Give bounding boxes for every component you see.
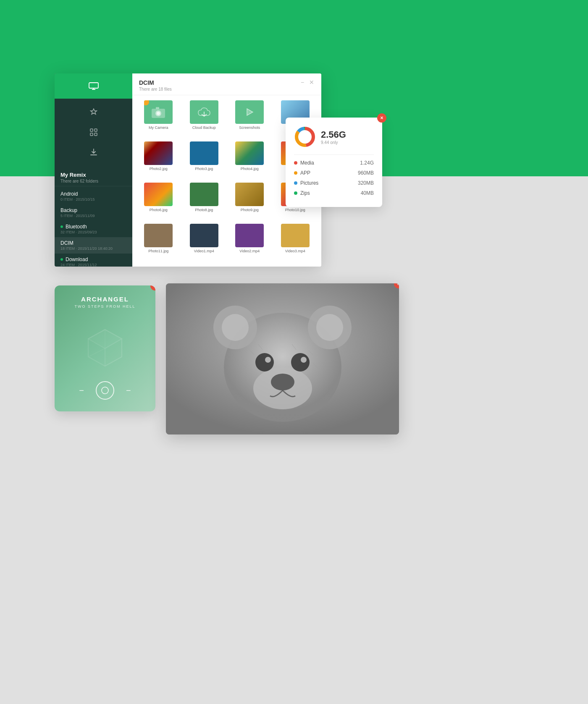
file-name-label: Photo3.jpg (195, 167, 213, 171)
file-name-label: Photo9.jpg (241, 208, 259, 212)
music-next-button[interactable]: − (126, 386, 131, 395)
storage-label-pictures: Pictures (294, 180, 318, 186)
file-item[interactable]: Photo2.jpg (137, 141, 180, 179)
file-thumbnail (144, 183, 173, 206)
file-thumbnail (144, 141, 173, 165)
file-name-label: Photo2.jpg (150, 167, 168, 171)
main-subtitle: There are 18 files (139, 87, 172, 92)
svg-point-37 (265, 357, 271, 363)
storage-total: 2.56G (321, 129, 346, 140)
storage-dot-pictures (294, 181, 297, 185)
sidebar-header-title: My Remix (60, 172, 126, 178)
sidebar-nav-download[interactable] (55, 142, 132, 162)
svg-rect-0 (89, 83, 98, 88)
sidebar-folder-name: Download (60, 256, 126, 262)
file-thumbnail (235, 224, 264, 247)
sidebar-folder-meta: 18 ITEM · 2015/11/20 18:40:20 (60, 246, 126, 251)
sidebar-folder-meta: 32 ITEM · 2015/09/23 (60, 230, 126, 234)
storage-amount-info: 2.56G 9.44 only (321, 129, 346, 145)
sidebar-header: My Remix There are 62 folders (55, 166, 132, 186)
storage-value-pictures: 320MB (358, 180, 374, 186)
file-item[interactable]: Video1.mp4 (183, 224, 226, 262)
svg-point-38 (301, 357, 307, 363)
file-item[interactable]: Cloud Backup (183, 100, 226, 138)
sidebar-folder-item[interactable]: Android0 ITEM · 2015/10/15 (55, 188, 132, 204)
teddy-bear-photo (166, 283, 399, 434)
svg-rect-4 (94, 129, 97, 131)
music-subtitle: TWO STEPS FROM HELL (74, 304, 135, 309)
sidebar-folder-item[interactable]: Download24 ITEM · 2015/11/12 (55, 254, 132, 267)
sidebar-folder-meta: 5 ITEM · 2015/11/09 (60, 214, 126, 218)
file-item[interactable]: Photo3.jpg (183, 141, 226, 179)
folder-active-dot (60, 225, 63, 228)
storage-value-media: 1.24G (360, 160, 374, 166)
window-controls: − ✕ (299, 79, 315, 85)
main-header: DCIM There are 18 files − ✕ (132, 73, 321, 95)
file-thumbnail (235, 183, 264, 206)
file-item[interactable]: Photo4.jpg (228, 141, 271, 179)
svg-rect-5 (90, 133, 93, 136)
storage-chart (294, 126, 316, 148)
file-name-label: Photo11.jpg (148, 249, 168, 253)
file-item[interactable]: My Camera (137, 100, 180, 138)
svg-rect-6 (94, 133, 97, 136)
file-item[interactable]: Screenshots (228, 100, 271, 138)
music-prev-button[interactable]: − (79, 386, 84, 395)
storage-close-button[interactable]: × (377, 113, 386, 123)
file-item[interactable]: Video3.mp4 (274, 224, 317, 262)
file-name-label: Cloud Backup (192, 126, 216, 130)
storage-row-pictures: Pictures 320MB (294, 180, 374, 186)
file-thumbnail (190, 141, 218, 165)
music-play-button[interactable] (96, 381, 114, 400)
music-controls: − − (79, 381, 131, 400)
file-item[interactable]: Photo11.jpg (137, 224, 180, 262)
sidebar-folder-item[interactable]: DCIM18 ITEM · 2015/11/20 18:40:20 (55, 237, 132, 254)
svg-rect-3 (90, 129, 93, 131)
sidebar-nav-star[interactable] (55, 102, 132, 122)
sidebar-folder-meta: 24 ITEM · 2015/11/12 (60, 263, 126, 267)
storage-label-zips-text: Zips (300, 190, 310, 196)
file-name-label: Screenshots (239, 126, 260, 130)
photo-viewer: × (166, 283, 399, 434)
storage-row-app: APP 960MB (294, 170, 374, 176)
file-thumbnail (235, 141, 264, 165)
file-item[interactable]: Photo8.jpg (183, 183, 226, 220)
storage-dot-media (294, 161, 297, 165)
svg-point-35 (255, 353, 274, 372)
sidebar-header-subtitle: There are 62 folders (60, 179, 126, 183)
svg-point-9 (157, 112, 160, 115)
storage-row-media: Media 1.24G (294, 160, 374, 166)
file-name-label: Photo8.jpg (195, 208, 213, 212)
sidebar: My Remix There are 62 folders Android0 I… (55, 73, 132, 267)
sidebar-folder-item[interactable]: Backup5 ITEM · 2015/11/09 (55, 204, 132, 221)
file-item[interactable]: Photo9.jpg (228, 183, 271, 220)
main-title: DCIM (139, 79, 172, 86)
file-thumbnail (190, 100, 218, 124)
file-name-label: Photo6.jpg (150, 208, 168, 212)
close-button[interactable]: ✕ (309, 79, 315, 85)
storage-divider (294, 154, 374, 155)
sidebar-folder-item[interactable]: Bluetooth32 ITEM · 2015/09/23 (55, 221, 132, 237)
folder-icon (235, 100, 264, 124)
sidebar-folder-name: Bluetooth (60, 224, 126, 230)
storage-free: 9.44 only (321, 140, 346, 145)
svg-point-32 (316, 314, 343, 341)
storage-label-zips: Zips (294, 190, 310, 196)
sidebar-top (55, 73, 132, 99)
storage-card: × 2.56G 9.44 only Media (286, 118, 382, 207)
file-item[interactable]: Photo6.jpg (137, 183, 180, 220)
file-item[interactable]: Video2.mp4 (228, 224, 271, 262)
sidebar-folder-name: DCIM (60, 240, 126, 246)
storage-value-app: 960MB (358, 170, 374, 176)
minimize-button[interactable]: − (299, 79, 305, 85)
file-name-label: Photo4.jpg (241, 167, 259, 171)
file-thumbnail (281, 224, 310, 247)
monitor-icon (89, 82, 99, 90)
storage-value-zips: 40MB (361, 190, 374, 196)
sidebar-nav-apps[interactable] (55, 122, 132, 142)
storage-label-app-text: APP (300, 170, 310, 176)
file-name-label: Video2.mp4 (239, 249, 260, 253)
svg-point-25 (102, 387, 108, 394)
music-player-card: × ARCHANGEL TWO STEPS FROM HELL − − (55, 285, 155, 411)
storage-row-zips: Zips 40MB (294, 190, 374, 196)
